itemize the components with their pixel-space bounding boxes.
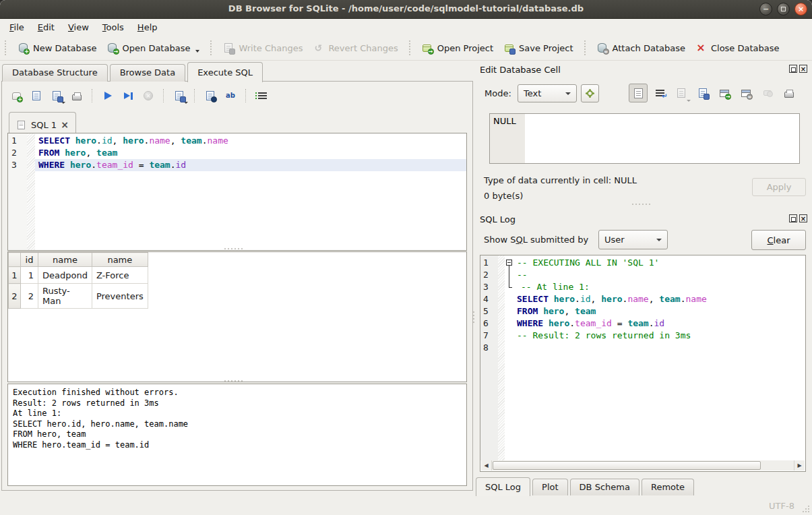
table-cell[interactable]: Deadpond [38, 267, 92, 284]
open-in-external-app-button[interactable]: → [715, 84, 734, 102]
close-tab-icon[interactable]: × [61, 120, 69, 129]
tab-remote[interactable]: Remote [642, 479, 694, 495]
column-header-name[interactable]: name [38, 253, 92, 267]
print-sql-button[interactable] [68, 87, 86, 104]
replace-icon: ab [224, 90, 237, 102]
line-number: 3 [480, 281, 498, 293]
tab-browse-data[interactable]: Browse Data [110, 64, 186, 82]
menu-item-edit[interactable]: Edit [31, 20, 61, 34]
resize-grip[interactable] [808, 511, 809, 512]
fold-margin [505, 293, 516, 305]
log-line-text: -- EXECUTING ALL IN 'SQL 1' [516, 257, 659, 269]
maximize-icon[interactable] [777, 3, 790, 16]
table-cell[interactable]: Z-Force [92, 267, 148, 284]
table-cell[interactable]: 2 [21, 284, 38, 309]
print-icon [783, 87, 795, 99]
dropdown-caret-icon [195, 50, 199, 53]
fold-marker-start[interactable] [505, 257, 516, 269]
splitter-grip[interactable] [224, 248, 243, 249]
menu-item-help[interactable]: Help [131, 20, 164, 34]
project-save-icon [503, 42, 515, 54]
collapse-icon[interactable] [506, 260, 512, 266]
tab-sql-log[interactable]: SQL Log [476, 477, 530, 496]
close-dock-icon[interactable] [799, 65, 807, 73]
new-database-button[interactable]: +New Database [12, 38, 102, 57]
mode-select[interactable]: Text [518, 84, 577, 102]
dropdown-caret-icon [687, 100, 691, 102]
tab-database-structure[interactable]: Database Structure [2, 64, 108, 82]
cell-value-text: NULL [493, 116, 516, 126]
title-bar[interactable]: DB Browser for SQLite - /home/user/code/… [0, 0, 812, 19]
horizontal-scrollbar[interactable]: ◀ ▶ [481, 460, 805, 471]
sql-toolbar-separator [245, 89, 247, 102]
table-cell[interactable]: Rusty-Man [38, 284, 92, 309]
log-line-7: 7-- Result: 2 rows returned in 3ms [480, 330, 805, 342]
replace-text-button[interactable]: ab [222, 87, 239, 104]
db-new-icon: + [17, 42, 29, 54]
close-database-button[interactable]: ×Close Database [690, 38, 784, 57]
line-number: 1 [480, 257, 498, 269]
menu-item-tools[interactable]: Tools [96, 20, 131, 34]
set-as-null-button [758, 84, 777, 102]
revert-changes-button: ↺Revert Changes [307, 38, 402, 57]
project-open-icon: → [421, 42, 433, 54]
word-wrap-button[interactable] [650, 84, 669, 102]
tab-execute-sql[interactable]: Execute SQL [187, 62, 263, 82]
cell-size-info: 0 byte(s) [484, 191, 523, 201]
scroll-left-icon[interactable]: ◀ [481, 460, 492, 471]
scrollbar-thumb[interactable] [493, 461, 761, 470]
print-icon [71, 90, 83, 102]
execute-current-line-button[interactable] [119, 87, 137, 104]
float-dock-icon[interactable] [789, 65, 797, 73]
clear-button[interactable]: Clear [751, 230, 806, 250]
close-icon[interactable]: × [794, 3, 807, 16]
save-project-button[interactable]: Save Project [498, 38, 578, 57]
menu-item-file[interactable]: File [3, 20, 31, 34]
print-cell-button[interactable] [780, 84, 799, 102]
float-dock-icon[interactable] [789, 214, 797, 222]
cell-value-editor[interactable]: NULL [489, 113, 800, 164]
apply-button[interactable]: Apply [752, 178, 806, 196]
close-dock-icon[interactable] [799, 214, 807, 222]
open-project-button[interactable]: →Open Project [416, 38, 498, 57]
row-number[interactable]: 1 [9, 267, 21, 284]
import-from-file-button [672, 84, 691, 102]
dock-edge-grip[interactable] [473, 311, 474, 323]
row-number[interactable]: 2 [9, 284, 21, 309]
open-sql-file-button[interactable] [28, 87, 45, 104]
tab-plot[interactable]: Plot [532, 479, 568, 495]
export-to-file-button[interactable] [693, 84, 712, 102]
menu-item-view[interactable]: View [61, 20, 96, 34]
tab-db-schema[interactable]: DB Schema [570, 479, 639, 495]
table-cell[interactable]: 1 [21, 267, 38, 284]
gear-icon [584, 88, 596, 100]
new-sql-tab-button[interactable]: + [7, 87, 25, 104]
dock-splitter-grip[interactable] [632, 204, 650, 205]
column-header-id[interactable]: id [21, 253, 38, 267]
save-sql-file-button[interactable] [48, 87, 65, 104]
toolbar-grip[interactable] [5, 40, 8, 55]
auto-apply-button[interactable] [581, 84, 599, 102]
splitter-grip[interactable] [224, 380, 243, 382]
log-line-text: WHERE hero.team_id = team.id [516, 317, 664, 330]
minimize-icon[interactable]: − [759, 3, 772, 16]
scroll-right-icon[interactable]: ▶ [794, 460, 805, 471]
tab-sql-1[interactable]: SQL 1 × [9, 112, 76, 133]
text-mode-button[interactable] [629, 84, 648, 102]
message-line: Execution finished without errors. [13, 388, 462, 398]
find-text-button[interactable] [201, 87, 219, 104]
toolbar-button-label: Attach Database [613, 43, 685, 53]
save-results-button[interactable] [170, 87, 188, 104]
copy-as-url-button[interactable]: ∞ [737, 84, 755, 102]
sql-editor[interactable]: 1SELECT hero.id, hero.name, team.name2FR… [7, 133, 467, 251]
results-corner-cell[interactable] [9, 253, 21, 267]
format-sql-button[interactable] [253, 87, 270, 104]
execute-all-button[interactable] [99, 87, 117, 104]
line-number: 4 [480, 293, 498, 305]
sql-source-select[interactable]: User [598, 230, 668, 249]
table-cell[interactable]: Preventers [92, 284, 148, 309]
open-database-button[interactable]: →Open Database [102, 38, 205, 57]
sql-log-view[interactable]: 1-- EXECUTING ALL IN 'SQL 1'2--3-- At li… [480, 255, 806, 472]
column-header-name[interactable]: name [92, 253, 148, 267]
attach-database-button[interactable]: ∞Attach Database [592, 38, 690, 57]
